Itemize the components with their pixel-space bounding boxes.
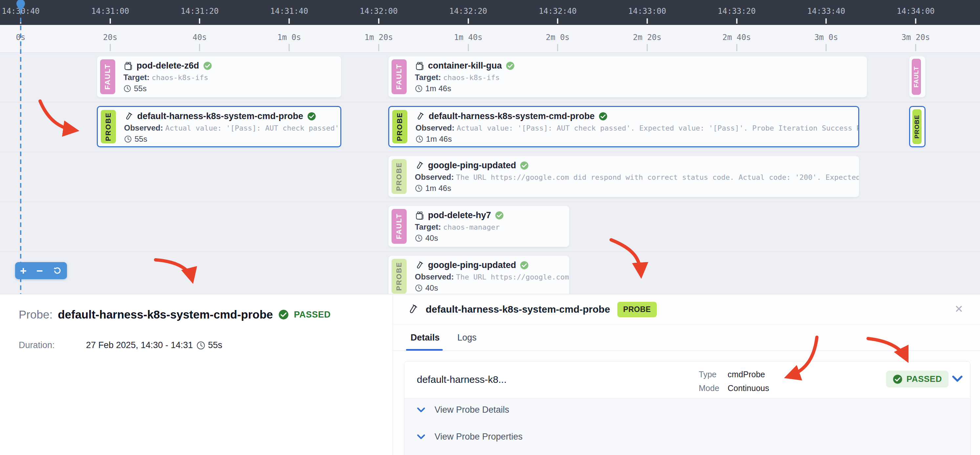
probe-detail-panel: default-harness-k8s-system-cmd-probe PRO… — [393, 294, 980, 455]
view-probe-details-link[interactable]: View Probe Details — [417, 405, 509, 415]
probe-status-badge: PASSED — [294, 310, 331, 320]
absolute-time-tick-label: 14:31:20 — [181, 6, 219, 16]
event-kind-badge: FAULT — [100, 59, 115, 94]
tick-mark — [826, 18, 827, 24]
timeline-event-card[interactable]: PROBE default-harness-k8s-system-cmd-pro… — [97, 106, 341, 147]
event-meta-value: The URL https://google.com… — [456, 273, 569, 281]
probe-detail-card: default-harness-k8... TypecmdProbe ModeC… — [404, 361, 970, 455]
tick-mark — [915, 18, 916, 24]
tick-mark — [915, 44, 916, 51]
type-label: Type — [699, 368, 728, 381]
tick-mark — [736, 18, 737, 24]
timeline-event-card[interactable]: FAULT container-kill-gua — [388, 56, 867, 97]
event-kind-badge: PROBE — [392, 110, 407, 143]
timeline-event-card[interactable]: PROBE google-ping-updated — [388, 255, 570, 294]
event-meta-value: chaos-k8s-ifs — [152, 73, 208, 82]
timeline-event-card[interactable]: FAULT pod-delete-hy7 — [388, 206, 570, 247]
detail-tabs: Details Logs — [393, 325, 980, 351]
chevron-down-icon[interactable] — [952, 375, 963, 383]
tick-mark — [110, 18, 111, 24]
timeline-event-card[interactable]: PROBE google-ping-updated — [388, 156, 859, 197]
zoom-reset-button[interactable] — [53, 266, 62, 275]
event-meta-value: chaos-k8s-ifs — [443, 73, 500, 82]
tick-mark — [557, 18, 558, 24]
probe-test-tube-icon — [415, 161, 424, 170]
event-title: default-harness-k8s-system-cmd-probe — [429, 111, 595, 121]
tick-mark — [557, 44, 558, 51]
chevron-down-icon — [417, 434, 425, 440]
probe-heading-name: default-harness-k8s-system-cmd-probe — [58, 308, 273, 321]
event-duration: 55s — [135, 135, 147, 144]
playhead-marker-icon[interactable] — [16, 0, 25, 12]
relative-time-tick-label: 2m 20s — [633, 33, 662, 42]
timeline-event-card[interactable]: FAULT — [909, 56, 926, 97]
timeline-rows: + − FAULT — [0, 53, 980, 294]
absolute-time-tick-label: 14:31:00 — [91, 6, 129, 16]
tick-mark — [199, 44, 200, 51]
tick-mark — [110, 44, 111, 51]
view-probe-properties-link[interactable]: View Probe Properties — [417, 432, 522, 442]
event-kind-badge: FAULT — [912, 59, 921, 95]
probe-test-tube-icon — [415, 261, 424, 270]
absolute-time-tick-label: 14:33:00 — [628, 6, 666, 16]
tick-mark — [647, 18, 648, 24]
zoom-in-button[interactable]: + — [20, 265, 27, 276]
absolute-time-tick-label: 14:33:20 — [718, 6, 756, 16]
timeline-zoom-controls: + − — [15, 262, 67, 279]
clock-icon — [124, 135, 132, 143]
event-duration: 40s — [425, 284, 438, 293]
row-divider — [0, 252, 980, 252]
event-duration: 55s — [134, 84, 147, 93]
event-kind-badge: PROBE — [912, 109, 921, 144]
event-meta-label: Observed: — [415, 173, 456, 181]
passed-status-text: PASSED — [907, 374, 942, 384]
event-title: pod-delete-z6d — [137, 61, 199, 71]
tick-mark — [378, 18, 379, 24]
type-mode-block: TypecmdProbe ModeContinuous — [699, 368, 769, 395]
probe-name-truncated: default-harness-k8... — [417, 374, 506, 385]
event-title: pod-delete-hy7 — [428, 210, 491, 220]
check-circle-icon — [893, 374, 902, 384]
probe-result-heading: Probe: default-harness-k8s-system-cmd-pr… — [19, 308, 331, 321]
absolute-time-tick-label: 14:32:00 — [360, 6, 398, 16]
probe-summary-row[interactable]: default-harness-k8... TypecmdProbe ModeC… — [404, 361, 970, 399]
tick-mark — [826, 44, 827, 51]
check-circle-icon — [520, 161, 529, 170]
absolute-time-tick-label: 14:32:40 — [539, 6, 577, 16]
relative-time-tick-label: 1m 20s — [364, 33, 393, 42]
fault-icon — [415, 61, 424, 71]
tab-logs[interactable]: Logs — [458, 333, 477, 343]
event-meta-label: Observed: — [415, 272, 456, 281]
event-title: default-harness-k8s-system-cmd-probe — [137, 111, 303, 121]
duration-label: Duration: — [19, 340, 86, 350]
clock-icon — [415, 234, 423, 242]
event-meta-value: chaos-manager — [443, 223, 500, 231]
probe-test-tube-icon — [407, 304, 418, 315]
chevron-down-icon — [417, 407, 425, 413]
event-kind-badge: PROBE — [391, 159, 407, 194]
close-icon[interactable]: ✕ — [955, 303, 963, 315]
clock-icon — [196, 341, 205, 350]
event-kind-badge: FAULT — [391, 59, 407, 94]
absolute-time-tick-label: 14:33:40 — [807, 6, 845, 16]
zoom-out-button[interactable]: − — [37, 265, 43, 276]
event-meta-label: Target: — [123, 73, 152, 82]
event-duration: 1m 46s — [426, 135, 452, 144]
active-tab-underline — [406, 349, 443, 351]
tick-mark — [199, 18, 200, 24]
timeline-event-card[interactable]: PROBE — [909, 106, 926, 147]
clock-icon — [415, 135, 423, 143]
event-card-content: google-ping-updated Observed: The URL ht… — [410, 256, 569, 294]
event-meta-label: Target: — [415, 73, 443, 82]
timeline-event-card[interactable]: PROBE default-harness-k8s-system-cmd-pro… — [388, 106, 859, 147]
absolute-time-tick-label: 14:31:40 — [270, 6, 308, 16]
probe-heading-label: Probe: — [19, 308, 52, 321]
timeline-event-card[interactable]: FAULT pod-delete-z6d — [97, 56, 341, 97]
event-title: google-ping-updated — [428, 260, 516, 270]
bottom-detail-area: Probe: default-harness-k8s-system-cmd-pr… — [0, 294, 980, 455]
relative-time-tick-label: 1m 0s — [277, 33, 301, 42]
mode-label: Mode — [699, 381, 728, 395]
tab-details[interactable]: Details — [410, 333, 440, 343]
tick-mark — [288, 18, 290, 24]
event-kind-badge: FAULT — [391, 209, 407, 244]
